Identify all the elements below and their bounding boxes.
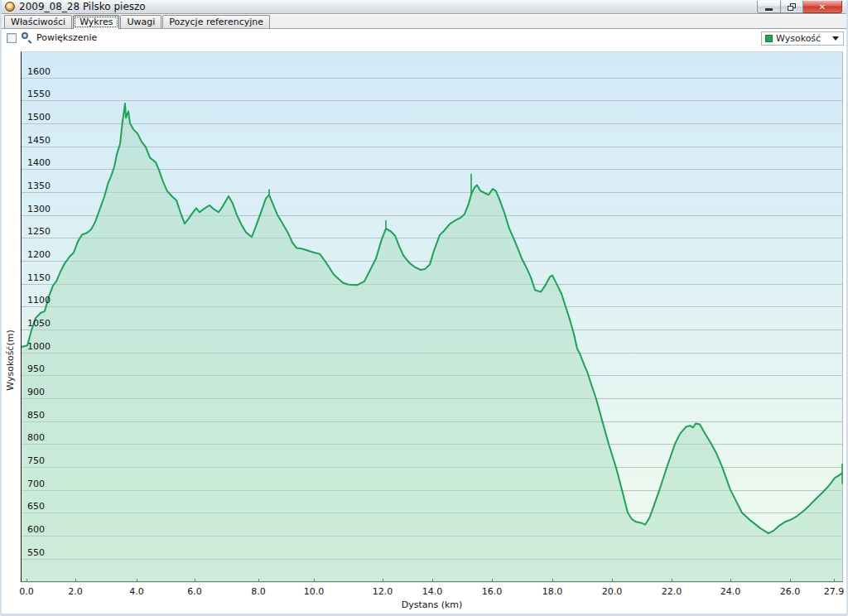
y-axis-tick-label: 600 — [27, 524, 45, 535]
y-axis-tick-label: 950 — [27, 363, 45, 374]
compass-app-icon — [5, 2, 15, 12]
x-axis-tick-label: 14.0 — [417, 586, 447, 597]
x-axis-tick-label: 12.0 — [368, 586, 398, 597]
x-axis-tick-label: 26.0 — [775, 586, 805, 597]
series-select[interactable]: Wysokość — [761, 31, 844, 46]
x-axis-tick-label: 20.0 — [597, 586, 627, 597]
y-axis-tick-label: 1100 — [27, 295, 51, 306]
series-color-swatch — [765, 35, 773, 42]
restore-button[interactable] — [781, 1, 803, 13]
zoom-checkbox-label: Powiększenie — [36, 32, 97, 43]
y-axis-title: Wysokość(m) — [5, 306, 16, 414]
window-controls: ✕ — [757, 1, 842, 13]
close-button[interactable]: ✕ — [803, 1, 842, 13]
x-axis-tick-label: 8.0 — [243, 586, 273, 597]
y-axis-tick-label: 1050 — [27, 318, 51, 329]
y-axis-tick-label: 650 — [27, 501, 45, 512]
y-axis-tick-label: 1600 — [27, 66, 51, 77]
y-axis-tick-label: 1150 — [27, 272, 51, 283]
y-axis-tick-label: 1300 — [27, 204, 51, 214]
y-axis-tick-label: 1550 — [27, 89, 51, 99]
y-axis-tick-label: 1350 — [27, 180, 51, 191]
series-select-value: Wysokość — [776, 33, 832, 44]
zoom-checkbox[interactable] — [7, 33, 17, 43]
x-axis-tick-label: 22.0 — [657, 586, 687, 597]
x-axis-tick-label: 18.0 — [537, 586, 567, 597]
elevation-chart: 1600155015001450140013501300125012001150… — [2, 48, 848, 614]
y-axis-tick-label: 1400 — [27, 157, 51, 168]
close-icon: ✕ — [819, 2, 826, 12]
y-axis-tick-label: 1200 — [27, 249, 51, 260]
tab-pozycje-referencyjne[interactable]: Pozycje referencyjne — [162, 15, 270, 28]
y-axis-tick-label: 1250 — [27, 226, 51, 237]
x-axis-tick-label: 4.0 — [122, 586, 152, 597]
minimize-icon — [765, 8, 773, 11]
app-window: 2009_08_28 Pilsko pieszo ✕ Właściwości W… — [0, 0, 848, 616]
y-axis-tick-label: 850 — [27, 410, 45, 421]
x-axis-tick-label: 27.9 — [819, 586, 848, 597]
y-axis-tick-label: 550 — [27, 547, 45, 558]
y-axis-tick-label: 1500 — [27, 112, 51, 123]
x-axis-tick-label: 2.0 — [60, 586, 90, 597]
chart-toolbar: Powiększenie Wysokość — [2, 30, 846, 48]
y-axis-tick-label: 750 — [27, 455, 45, 466]
magnifier-icon — [22, 32, 33, 44]
chevron-down-icon — [832, 36, 839, 41]
restore-window-icon — [788, 3, 796, 11]
title-bar: 2009_08_28 Pilsko pieszo ✕ — [2, 0, 846, 14]
y-axis-tick-label: 1000 — [27, 341, 51, 352]
x-axis-tick-label: 24.0 — [716, 586, 745, 597]
y-axis-tick-label: 800 — [27, 432, 45, 443]
minimize-button[interactable] — [757, 1, 781, 13]
elevation-area-fill — [22, 103, 842, 583]
elevation-series-svg — [22, 52, 844, 583]
x-axis-tick-label: 0.0 — [12, 586, 41, 597]
tab-wlasciwosci[interactable]: Właściwości — [4, 15, 72, 28]
y-axis-tick-label: 700 — [27, 479, 45, 489]
x-axis-tick-label: 10.0 — [299, 586, 329, 597]
plot-area[interactable]: 1600155015001450140013501300125012001150… — [21, 51, 843, 582]
tab-wykres[interactable]: Wykres — [73, 15, 119, 29]
x-axis-title: Dystans (km) — [21, 599, 843, 610]
tab-bar: Właściwości Wykres Uwagi Pozycje referen… — [2, 15, 846, 29]
y-axis-tick-label: 1450 — [27, 135, 51, 146]
window-title: 2009_08_28 Pilsko pieszo — [19, 0, 146, 13]
tab-uwagi[interactable]: Uwagi — [120, 15, 161, 28]
x-axis-tick-label: 6.0 — [180, 586, 210, 597]
x-axis-tick-label: 16.0 — [477, 586, 507, 597]
y-axis-tick-label: 900 — [27, 387, 45, 397]
